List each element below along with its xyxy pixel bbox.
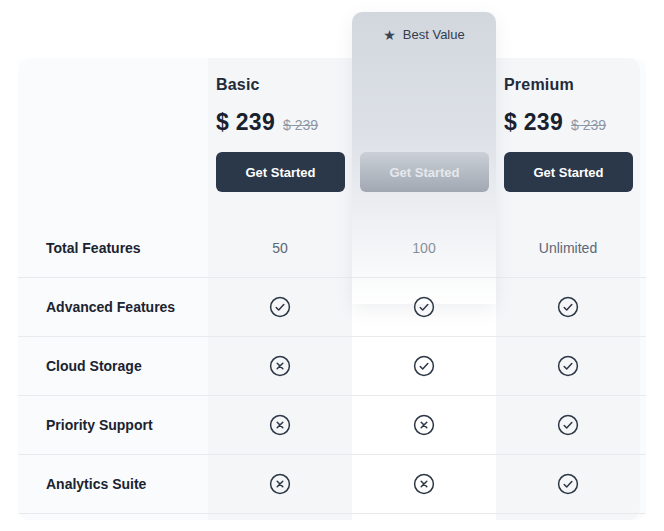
feature-value-cell: Unlimited [496,219,640,277]
x-circle-icon [413,414,435,436]
star-icon: ★ [383,28,396,42]
feature-value-cell [208,278,352,336]
check-circle-icon [269,296,291,318]
feature-label: Total Features [18,219,208,277]
feature-rows: Total Features50100UnlimitedAdvanced Fea… [18,219,646,514]
feature-value: Unlimited [539,240,597,256]
table-row: Advanced Features [18,278,646,337]
check-circle-icon [557,355,579,377]
table-row: Total Features50100Unlimited [18,219,646,278]
table-row: Cloud Storage [18,337,646,396]
check-circle-icon [413,296,435,318]
plan-old-price: $ 239 [427,117,462,133]
check-circle-icon [557,473,579,495]
plan-header-standard: Standard$ 239$ 239Get Started [352,58,496,219]
check-circle-icon [557,414,579,436]
x-circle-icon [269,414,291,436]
plan-price-row: $ 239$ 239 [216,109,318,136]
x-circle-icon [269,355,291,377]
feature-value-cell [208,455,352,513]
x-circle-icon [413,473,435,495]
best-value-label: Best Value [403,27,465,42]
feature-value-cell: 50 [208,219,352,277]
get-started-button-premium[interactable]: Get Started [504,152,633,192]
check-circle-icon [413,355,435,377]
plan-name: Basic [216,76,260,94]
get-started-button-basic[interactable]: Get Started [216,152,345,192]
pricing-card: Basic$ 239$ 239Get StartedStandard$ 239$… [18,58,646,520]
plan-price-row: $ 239$ 239 [360,109,462,136]
plan-price: $ 239 [504,109,563,136]
get-started-button-standard[interactable]: Get Started [360,152,489,192]
feature-value-cell [496,278,640,336]
plans-header-row: Basic$ 239$ 239Get StartedStandard$ 239$… [18,58,646,219]
table-row: Analytics Suite [18,455,646,514]
plan-price-row: $ 239$ 239 [504,109,606,136]
check-circle-icon [557,296,579,318]
table-row: Priority Support [18,396,646,455]
feature-value-cell [352,278,496,336]
feature-value-cell [208,396,352,454]
feature-label: Cloud Storage [18,337,208,395]
feature-label: Analytics Suite [18,455,208,513]
feature-value-cell [496,455,640,513]
feature-value-cell [352,337,496,395]
feature-value-cell [208,337,352,395]
plan-header-basic: Basic$ 239$ 239Get Started [208,58,352,219]
plan-price: $ 239 [360,109,419,136]
x-circle-icon [269,473,291,495]
feature-value-cell: 100 [352,219,496,277]
feature-value-cell [352,396,496,454]
feature-label: Priority Support [18,396,208,454]
feature-value: 50 [272,240,288,256]
feature-value-cell [352,455,496,513]
plan-name: Premium [504,76,574,94]
plan-price: $ 239 [216,109,275,136]
feature-value: 100 [412,240,435,256]
header-spacer-cell [18,58,208,219]
plan-name: Standard [360,76,431,94]
best-value-badge: ★ Best Value [352,12,496,42]
plan-old-price: $ 239 [571,117,606,133]
plan-header-premium: Premium$ 239$ 239Get Started [496,58,640,219]
feature-value-cell [496,337,640,395]
feature-label: Advanced Features [18,278,208,336]
plan-old-price: $ 239 [283,117,318,133]
feature-value-cell [496,396,640,454]
